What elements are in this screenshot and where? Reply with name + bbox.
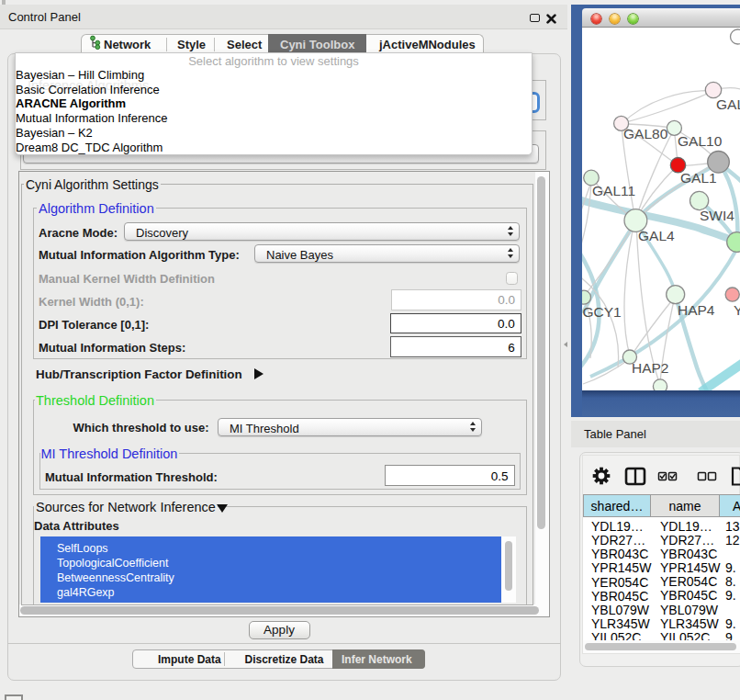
svg-text:HAP4: HAP4 xyxy=(678,302,715,318)
svg-text:GCY1: GCY1 xyxy=(583,304,622,320)
svg-text:GAL1: GAL1 xyxy=(680,170,717,186)
svg-text:SWI4: SWI4 xyxy=(700,208,734,223)
svg-text:GAL11: GAL11 xyxy=(592,183,635,198)
svg-text:GAL4: GAL4 xyxy=(638,228,675,243)
svg-text:GAL10: GAL10 xyxy=(678,133,723,149)
svg-text:GAL7: GAL7 xyxy=(716,96,740,112)
svg-text:HAP2: HAP2 xyxy=(632,360,669,376)
svg-text:Y: Y xyxy=(734,302,740,318)
svg-text:GAL80: GAL80 xyxy=(623,126,668,141)
